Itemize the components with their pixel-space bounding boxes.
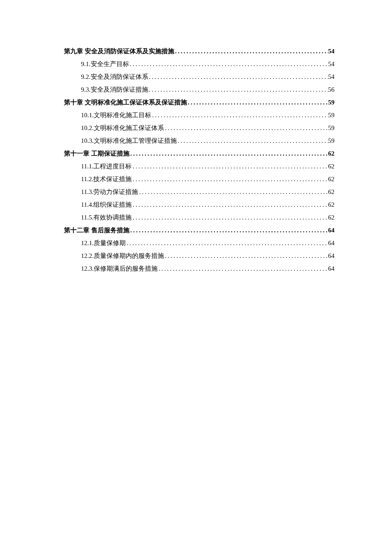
toc-leader-dots	[187, 98, 328, 107]
toc-entry: 9.2.安全及消防保证体系54	[81, 72, 334, 81]
toc-entry-label: 11.4.组织保证措施	[81, 200, 132, 209]
toc-entry-page: 62	[328, 162, 334, 171]
toc-entry: 9.3.安全及消防保证措施56	[81, 85, 334, 94]
toc-entry: 11.4.组织保证措施62	[81, 200, 334, 209]
toc-entry-label: 10.2.文明标准化施工保证体系	[81, 124, 164, 133]
toc-leader-dots	[177, 136, 328, 145]
toc-entry-page: 62	[328, 175, 334, 184]
toc-leader-dots	[132, 200, 328, 209]
toc-entry-page: 62	[328, 188, 334, 197]
toc-entry: 12.2.质量保修期内的服务措施64	[81, 251, 334, 260]
toc-leader-dots	[126, 239, 328, 248]
toc-leader-dots	[129, 60, 329, 69]
toc-entry: 9.1.安全生产目标54	[81, 60, 334, 69]
toc-entry-label: 11.3.劳动力保证措施	[81, 188, 138, 197]
toc-leader-dots	[148, 72, 329, 81]
toc-entry-label: 9.1.安全生产目标	[81, 60, 129, 69]
toc-entry-page: 64	[328, 251, 334, 260]
toc-entry: 第九章 安全及消防保证体系及实施措施54	[64, 47, 334, 56]
toc-entry-label: 第九章 安全及消防保证体系及实施措施	[64, 47, 174, 56]
toc-leader-dots	[164, 124, 328, 133]
toc-entry-label: 9.3.安全及消防保证措施	[81, 85, 148, 94]
toc-entry-page: 62	[328, 149, 334, 158]
toc-entry-page: 54	[328, 47, 334, 56]
toc-entry-label: 11.1.工程进度目标	[81, 162, 132, 171]
toc-entry-label: 10.1.文明标准化施工目标	[81, 111, 151, 120]
toc-entry-page: 64	[328, 226, 334, 235]
toc-leader-dots	[132, 213, 328, 222]
toc-entry: 10.1.文明标准化施工目标59	[81, 111, 334, 120]
table-of-contents: 第九章 安全及消防保证体系及实施措施549.1.安全生产目标549.2.安全及消…	[64, 47, 334, 273]
toc-entry-label: 第十章 文明标准化施工保证体系及保证措施	[64, 98, 187, 107]
toc-entry-label: 11.2.技术保证措施	[81, 175, 132, 184]
toc-entry-page: 59	[328, 111, 334, 120]
toc-leader-dots	[132, 175, 328, 184]
toc-leader-dots	[151, 111, 328, 120]
toc-entry-label: 第十二章 售后服务措施	[64, 226, 130, 235]
toc-leader-dots	[158, 264, 328, 273]
toc-entry-page: 54	[328, 72, 334, 81]
toc-entry-label: 10.3.文明标准化施工管理保证措施	[81, 136, 177, 145]
toc-entry-page: 54	[328, 60, 334, 69]
toc-entry-page: 64	[328, 239, 334, 248]
toc-leader-dots	[148, 85, 329, 94]
toc-entry: 第十二章 售后服务措施64	[64, 226, 334, 235]
toc-entry-page: 59	[328, 98, 334, 107]
toc-entry-page: 59	[328, 136, 334, 145]
toc-entry-label: 12.2.质量保修期内的服务措施	[81, 251, 164, 260]
toc-entry-label: 9.2.安全及消防保证体系	[81, 72, 148, 81]
toc-entry: 12.3.保修期满后的服务措施64	[81, 264, 334, 273]
toc-leader-dots	[174, 47, 328, 56]
toc-leader-dots	[130, 149, 328, 158]
toc-entry-label: 11.5.有效协调措施	[81, 213, 132, 222]
toc-leader-dots	[132, 162, 328, 171]
toc-entry: 12.1.质量保修期64	[81, 239, 334, 248]
toc-entry: 11.1.工程进度目标62	[81, 162, 334, 171]
toc-entry: 11.5.有效协调措施62	[81, 213, 334, 222]
toc-entry: 11.3.劳动力保证措施62	[81, 188, 334, 197]
toc-entry-page: 62	[328, 213, 334, 222]
toc-entry: 第十一章 工期保证措施62	[64, 149, 334, 158]
toc-entry-page: 59	[328, 124, 334, 133]
toc-entry: 第十章 文明标准化施工保证体系及保证措施59	[64, 98, 334, 107]
toc-entry: 10.3.文明标准化施工管理保证措施59	[81, 136, 334, 145]
toc-entry-page: 62	[328, 200, 334, 209]
toc-entry: 10.2.文明标准化施工保证体系59	[81, 124, 334, 133]
toc-leader-dots	[164, 251, 328, 260]
toc-entry: 11.2.技术保证措施62	[81, 175, 334, 184]
toc-entry-page: 64	[328, 264, 334, 273]
toc-entry-page: 56	[328, 85, 334, 94]
toc-entry-label: 12.1.质量保修期	[81, 239, 126, 248]
toc-entry-label: 12.3.保修期满后的服务措施	[81, 264, 158, 273]
toc-leader-dots	[130, 226, 328, 235]
toc-leader-dots	[138, 188, 328, 197]
toc-entry-label: 第十一章 工期保证措施	[64, 149, 130, 158]
